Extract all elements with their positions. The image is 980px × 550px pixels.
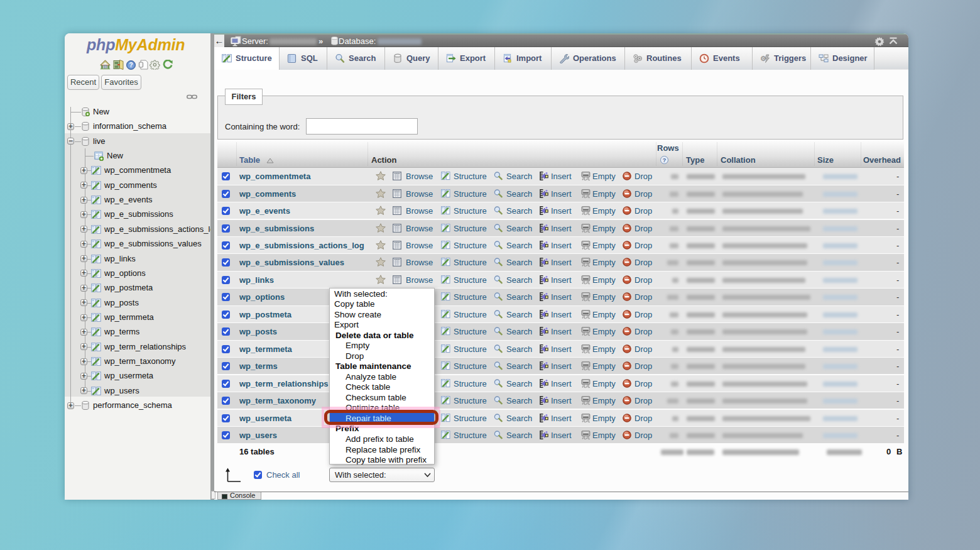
svg-text:?: ? <box>663 157 667 163</box>
